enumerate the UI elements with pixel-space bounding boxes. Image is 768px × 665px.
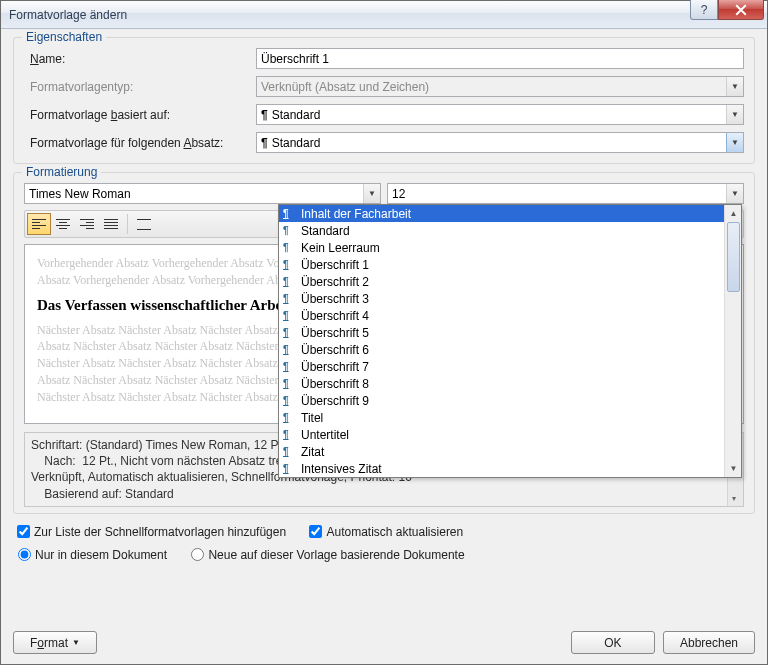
titlebar: Formatvorlage ändern ? — [1, 1, 767, 29]
scroll-thumb[interactable] — [727, 222, 740, 292]
dropdown-item[interactable]: ¶Zitat — [279, 443, 741, 460]
auto-update-checkbox[interactable]: Automatisch aktualisieren — [305, 525, 463, 539]
pilcrow-icon: ¶ — [283, 378, 297, 389]
close-icon — [735, 4, 747, 16]
pilcrow-icon: ¶ — [283, 293, 297, 304]
align-justify-button[interactable] — [99, 213, 123, 235]
dropdown-item[interactable]: ¶Überschrift 9 — [279, 392, 741, 409]
name-label: Name: — [24, 52, 256, 66]
properties-legend: Eigenschaften — [22, 30, 106, 44]
dropdown-item[interactable]: ¶Überschrift 3 — [279, 290, 741, 307]
caret-down-icon: ▼ — [72, 638, 80, 647]
this-document-radio[interactable]: Nur in diesem Dokument — [13, 548, 167, 562]
pilcrow-icon: ¶ — [283, 412, 297, 423]
next-paragraph-dropdown[interactable]: ¶Inhalt der Facharbeit¶Standard¶Kein Lee… — [278, 204, 742, 478]
font-combo[interactable]: Times New Roman ▼ — [24, 183, 381, 204]
dropdown-item[interactable]: ¶Überschrift 5 — [279, 324, 741, 341]
based-on-combo[interactable]: ¶ Standard ▼ — [256, 104, 744, 125]
checkbox-row: Zur Liste der Schnellformatvorlagen hinz… — [13, 522, 755, 541]
name-input[interactable]: Überschrift 1 — [256, 48, 744, 69]
chevron-down-icon: ▼ — [726, 77, 743, 96]
align-right-icon — [80, 219, 94, 230]
pilcrow-icon: ¶ — [283, 310, 297, 321]
help-button[interactable]: ? — [690, 0, 718, 20]
align-left-icon — [32, 219, 46, 230]
pilcrow-icon: ¶ — [283, 208, 297, 219]
formatting-legend: Formatierung — [22, 165, 101, 179]
dialog-title: Formatvorlage ändern — [9, 8, 127, 22]
line-spacing-button[interactable] — [132, 213, 156, 235]
pilcrow-icon: ¶ — [283, 429, 297, 440]
dropdown-item[interactable]: ¶Überschrift 7 — [279, 358, 741, 375]
dropdown-item[interactable]: ¶Titel — [279, 409, 741, 426]
align-justify-icon — [104, 219, 118, 230]
scroll-down-icon[interactable]: ▼ — [725, 460, 742, 477]
next-paragraph-combo[interactable]: ¶ Standard ▼ — [256, 132, 744, 153]
cancel-button[interactable]: Abbrechen — [663, 631, 755, 654]
dropdown-item[interactable]: ¶Intensives Zitat — [279, 460, 741, 477]
pilcrow-icon: ¶ — [283, 463, 297, 474]
dropdown-item[interactable]: ¶Überschrift 2 — [279, 273, 741, 290]
pilcrow-icon: ¶ — [283, 395, 297, 406]
dropdown-item[interactable]: ¶Überschrift 8 — [279, 375, 741, 392]
scroll-up-icon[interactable]: ▲ — [725, 205, 742, 222]
template-radio[interactable]: Neue auf dieser Vorlage basierende Dokum… — [186, 548, 464, 562]
pilcrow-icon: ¶ — [283, 259, 297, 270]
pilcrow-icon: ¶ — [283, 361, 297, 372]
dialog-window: Formatvorlage ändern ? Eigenschaften Nam… — [0, 0, 768, 665]
pilcrow-icon: ¶ — [283, 344, 297, 355]
radio-row: Nur in diesem Dokument Neue auf dieser V… — [13, 545, 755, 562]
align-center-icon — [56, 219, 70, 230]
next-paragraph-label: Formatvorlage für folgenden Absatz: — [24, 136, 256, 150]
pilcrow-icon: ¶ — [283, 225, 297, 236]
based-on-label: Formatvorlage basiert auf: — [24, 108, 256, 122]
pilcrow-icon: ¶ — [283, 242, 297, 253]
pilcrow-icon: ¶ — [261, 108, 268, 122]
align-left-button[interactable] — [27, 213, 51, 235]
dropdown-item[interactable]: ¶Überschrift 4 — [279, 307, 741, 324]
font-size-combo[interactable]: 12 ▼ — [387, 183, 744, 204]
properties-group: Eigenschaften Name: Überschrift 1 Format… — [13, 37, 755, 164]
dropdown-item[interactable]: ¶Untertitel — [279, 426, 741, 443]
format-button[interactable]: Format▼ — [13, 631, 97, 654]
pilcrow-icon: ¶ — [283, 276, 297, 287]
dropdown-item[interactable]: ¶Inhalt der Facharbeit — [279, 205, 741, 222]
dropdown-item[interactable]: ¶Kein Leerraum — [279, 239, 741, 256]
pilcrow-icon: ¶ — [283, 327, 297, 338]
chevron-down-icon[interactable]: ▼ — [726, 105, 743, 124]
quick-styles-checkbox[interactable]: Zur Liste der Schnellformatvorlagen hinz… — [13, 525, 286, 539]
close-button[interactable] — [718, 0, 764, 20]
ok-button[interactable]: OK — [571, 631, 655, 654]
chevron-down-icon[interactable]: ▼ — [726, 133, 743, 152]
type-combo: Verknüpft (Absatz und Zeichen) ▼ — [256, 76, 744, 97]
type-label: Formatvorlagentyp: — [24, 80, 256, 94]
chevron-down-icon[interactable]: ▼ — [726, 184, 743, 203]
dropdown-item[interactable]: ¶Standard — [279, 222, 741, 239]
chevron-down-icon[interactable]: ▼ — [363, 184, 380, 203]
pilcrow-icon: ¶ — [261, 136, 268, 150]
dropdown-item[interactable]: ¶Überschrift 6 — [279, 341, 741, 358]
line-spacing-icon — [137, 219, 151, 230]
pilcrow-icon: ¶ — [283, 446, 297, 457]
align-right-button[interactable] — [75, 213, 99, 235]
dropdown-item[interactable]: ¶Überschrift 1 — [279, 256, 741, 273]
align-center-button[interactable] — [51, 213, 75, 235]
dropdown-scrollbar[interactable]: ▲ ▼ — [724, 205, 741, 477]
